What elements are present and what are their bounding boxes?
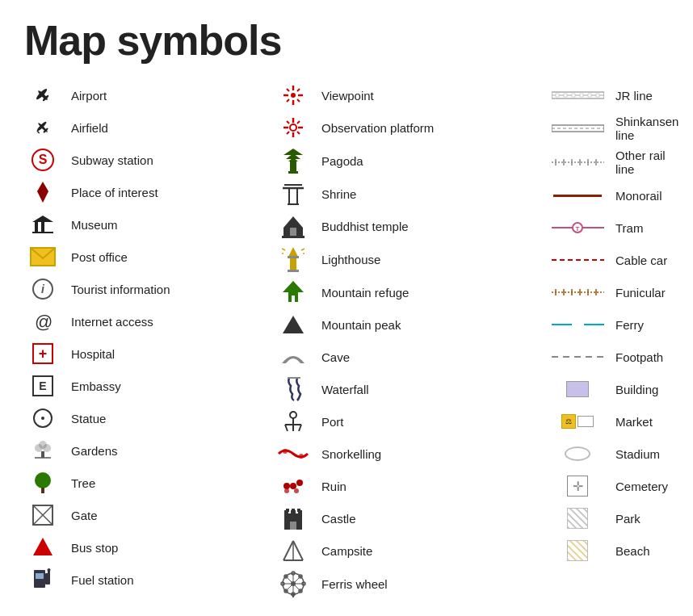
col1: Airport Airfield S Subway station [24,79,275,601]
market-label: Market [615,415,653,429]
svg-line-46 [297,121,300,124]
list-item: Mountain peak [275,308,549,341]
tourist-label: Tourist information [71,283,170,296]
list-item: Cave [275,341,549,373]
shrine-icon [275,182,312,206]
mtnrefuge-label: Mountain refuge [321,286,409,300]
museum-icon [24,212,61,237]
gardens-label: Gardens [71,444,118,458]
funicular-label: Funicular [615,286,666,300]
svg-rect-63 [282,236,304,238]
snorkelling-label: Snorkelling [321,447,381,461]
viewpoint-label: Viewpoint [321,89,374,103]
list-item: Castle [275,502,549,534]
tourist-icon: i [24,279,61,300]
svg-rect-121 [580,94,583,97]
col3: JR line Shinkansen line [549,79,678,601]
list-item: Observation platform [275,111,549,144]
tree-icon [24,470,61,496]
monorail-icon [549,195,606,197]
list-item: Ferry [549,308,678,341]
svg-line-80 [299,425,301,431]
list-item: Shinkansen line [549,111,678,145]
list-item: Footpath [549,341,678,373]
svg-text:T: T [575,225,579,233]
list-item: Beach [549,534,678,567]
shinkansen-label: Shinkansen line [615,115,678,142]
list-item: Mountain refuge [275,276,549,308]
snorkelling-icon [275,444,312,463]
svg-text:@: @ [35,312,52,332]
buddhist-icon [275,213,312,239]
subway-label: Subway station [71,153,153,167]
jrline-label: JR line [615,89,653,103]
svg-marker-61 [284,216,303,228]
svg-point-76 [290,412,296,418]
list-item: Port [275,405,549,438]
svg-point-83 [284,483,290,489]
market-icon: ⚖ [549,414,606,429]
svg-rect-65 [290,257,296,270]
park-icon [549,508,606,529]
svg-marker-7 [32,216,53,222]
ruin-icon [275,476,312,496]
postoffice-label: Post office [71,250,128,264]
svg-line-45 [287,121,289,124]
stadium-icon [549,446,606,461]
list-item: Tree [24,467,275,499]
list-item: Monorail [549,179,678,212]
gate-icon [24,504,61,526]
cemetery-icon: ✛ [549,476,606,497]
tram-label: Tram [615,221,643,235]
mtnpeak-label: Mountain peak [321,318,401,332]
list-item: Museum [24,208,275,241]
park-label: Park [615,512,640,526]
list-item: Shrine [275,178,549,210]
svg-rect-29 [45,573,50,585]
gate-label: Gate [71,509,98,522]
statue-label: Statue [71,412,106,425]
svg-marker-64 [288,247,298,257]
svg-point-82 [299,454,304,459]
svg-rect-67 [288,270,299,272]
list-item: ✛ Cemetery [549,470,678,502]
svg-marker-72 [283,281,304,292]
stadium-label: Stadium [615,447,660,461]
list-item: S Subway station [24,144,275,176]
list-item: Buddhist temple [275,210,549,242]
cablecar-label: Cable car [615,254,667,267]
svg-point-49 [290,124,296,131]
list-item: Viewpoint [275,79,549,111]
list-item: Gate [24,499,275,531]
monorail-label: Monorail [615,189,662,203]
cave-icon [275,347,312,367]
list-item: Airfield [24,111,275,144]
campsite-label: Campsite [321,544,372,558]
poi-label: Place of interest [71,186,158,199]
pagoda-icon [275,147,312,174]
internet-label: Internet access [71,315,153,329]
list-item: Other rail line [549,145,678,179]
svg-rect-11 [32,232,53,233]
funicular-icon [549,288,606,296]
obsplatform-icon [275,115,312,140]
embassy-label: Embassy [71,379,121,393]
hospital-icon: + [24,343,61,364]
list-item: T Tram [549,212,678,244]
svg-rect-92 [290,522,296,530]
page-title: Map symbols [24,16,669,65]
building-icon [549,381,606,397]
busstop-label: Bus stop [71,541,118,555]
list-item: Cable car [549,244,678,276]
svg-marker-26 [33,538,52,555]
airfield-icon [24,115,61,140]
mtnpeak-icon [275,316,312,333]
cave-label: Cave [321,350,350,364]
list-item: Park [549,502,678,534]
svg-rect-120 [572,94,575,97]
svg-line-68 [282,249,285,250]
tram-icon: T [549,222,606,233]
shinkansen-icon [549,123,606,134]
lighthouse-icon [275,245,312,273]
svg-point-15 [41,417,44,420]
